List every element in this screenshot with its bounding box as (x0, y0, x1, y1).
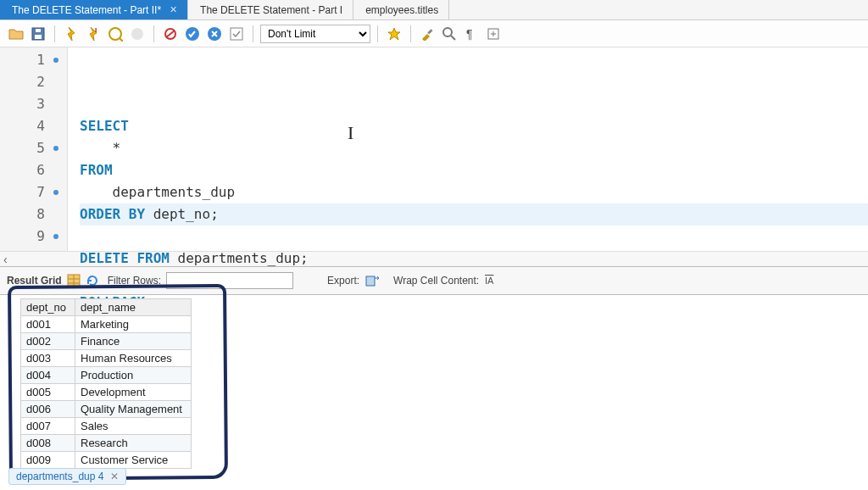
line-number: 1 (0, 49, 62, 71)
code-line[interactable] (80, 270, 868, 292)
table-cell[interactable]: d008 (21, 435, 75, 452)
table-cell[interactable]: d002 (21, 333, 75, 350)
find-icon[interactable] (440, 25, 459, 43)
tab-label: employees.titles (365, 4, 438, 16)
table-cell[interactable]: Human Resources (75, 350, 192, 367)
line-number: 9 (0, 226, 62, 248)
explain-icon[interactable] (106, 25, 125, 43)
result-tab-departments-dup[interactable]: departments_dup 4 ✕ (8, 468, 126, 485)
code-area[interactable]: I SELECT *FROM departments_dupORDER BY d… (68, 47, 868, 251)
code-line[interactable]: FROM (80, 159, 868, 181)
table-cell[interactable]: Quality Management (75, 401, 192, 418)
table-row[interactable]: d005Development (21, 384, 192, 401)
svg-point-6 (131, 28, 143, 40)
svg-text:I: I (95, 26, 97, 34)
open-file-icon[interactable] (7, 25, 25, 43)
svg-point-4 (109, 28, 121, 40)
row-limit-select[interactable]: Don't Limit (260, 25, 370, 43)
table-cell[interactable]: Marketing (75, 316, 192, 333)
table-cell[interactable]: Development (75, 384, 192, 401)
no-commit-icon[interactable] (161, 25, 180, 43)
svg-line-8 (166, 31, 175, 37)
beautify-icon[interactable] (385, 25, 403, 43)
table-cell[interactable]: d009 (21, 452, 75, 469)
table-cell[interactable]: Customer Service (75, 452, 192, 469)
line-number: 2 (0, 71, 62, 93)
result-grid-panel: dept_nodept_name d001Marketingd002Financ… (0, 295, 868, 469)
grid-view-icon[interactable] (67, 274, 81, 287)
table-row[interactable]: d003Human Resources (21, 350, 192, 367)
line-gutter: 123456789 (0, 47, 68, 251)
close-icon[interactable]: ✕ (110, 471, 119, 482)
table-cell[interactable]: Production (75, 367, 192, 384)
line-number: 5 (0, 137, 62, 159)
tab-delete-part-1[interactable]: The DELETE Statement - Part I (188, 0, 353, 19)
line-number: 4 (0, 115, 62, 137)
svg-text:¶: ¶ (466, 27, 473, 41)
tab-label: The DELETE Statement - Part I (200, 4, 342, 16)
table-row[interactable]: d008Research (21, 435, 192, 452)
line-number: 3 (0, 93, 62, 115)
code-line[interactable]: SELECT (80, 115, 868, 137)
text-cursor-icon: I (348, 122, 353, 144)
separator (153, 25, 154, 42)
code-line[interactable] (80, 226, 868, 248)
code-line[interactable]: * (80, 137, 868, 159)
execute-icon[interactable] (62, 25, 81, 43)
table-cell[interactable]: d005 (21, 384, 75, 401)
svg-line-5 (120, 38, 123, 42)
result-tabs: departments_dup 4 ✕ (8, 468, 126, 485)
column-header[interactable]: dept_name (75, 299, 192, 316)
table-cell[interactable]: d006 (21, 401, 75, 418)
table-row[interactable]: d002Finance (21, 333, 192, 350)
svg-rect-1 (35, 35, 42, 39)
close-icon[interactable]: ✕ (170, 4, 177, 15)
separator (410, 25, 411, 42)
code-line[interactable]: ORDER BY dept_no; (80, 203, 868, 226)
commit-icon[interactable] (183, 25, 202, 43)
table-cell[interactable]: Sales (75, 418, 192, 435)
result-table[interactable]: dept_nodept_name d001Marketingd002Financ… (20, 298, 192, 469)
brush-icon[interactable] (418, 25, 437, 43)
save-icon[interactable] (29, 25, 47, 43)
separator (54, 25, 55, 42)
tab-employees-titles[interactable]: employees.titles (353, 0, 449, 19)
separator (377, 25, 378, 42)
table-cell[interactable]: Finance (75, 333, 192, 350)
svg-rect-2 (36, 29, 41, 32)
table-cell[interactable]: d004 (21, 367, 75, 384)
svg-rect-11 (231, 28, 242, 40)
sql-toolbar: I Don't Limit ¶ (0, 20, 868, 47)
table-row[interactable]: d001Marketing (21, 316, 192, 333)
table-row[interactable]: d007Sales (21, 418, 192, 435)
line-number: 7 (0, 181, 62, 203)
pilcrow-icon[interactable]: ¶ (462, 25, 481, 43)
table-cell[interactable]: d007 (21, 418, 75, 435)
table-cell[interactable]: d003 (21, 350, 75, 367)
code-line[interactable]: DELETE FROM departments_dup; (80, 248, 868, 270)
separator (253, 25, 253, 42)
table-row[interactable]: d004Production (21, 367, 192, 384)
svg-line-14 (451, 36, 455, 40)
svg-point-13 (443, 28, 452, 36)
expand-icon[interactable] (484, 25, 503, 43)
table-cell[interactable]: Research (75, 435, 192, 452)
result-tab-label: departments_dup 4 (16, 471, 103, 482)
column-header[interactable]: dept_no (21, 299, 75, 316)
table-row[interactable]: d006Quality Management (21, 401, 192, 418)
line-number: 6 (0, 159, 62, 181)
line-number: 8 (0, 203, 62, 226)
rollback-icon[interactable] (205, 25, 224, 43)
editor-tabs: The DELETE Statement - Part II* ✕ The DE… (0, 0, 868, 20)
result-grid-label: Result Grid (7, 275, 62, 287)
sql-editor[interactable]: 123456789 I SELECT *FROM departments_dup… (0, 47, 868, 251)
table-row[interactable]: d009Customer Service (21, 452, 192, 469)
code-line[interactable]: departments_dup (80, 181, 868, 203)
autocommit-icon[interactable] (227, 25, 246, 43)
stop-icon[interactable] (128, 25, 147, 43)
tab-delete-part-2[interactable]: The DELETE Statement - Part II* ✕ (0, 0, 188, 19)
tab-label: The DELETE Statement - Part II* (12, 4, 161, 16)
svg-rect-12 (427, 29, 432, 34)
execute-current-icon[interactable]: I (84, 25, 103, 43)
table-cell[interactable]: d001 (21, 316, 75, 333)
